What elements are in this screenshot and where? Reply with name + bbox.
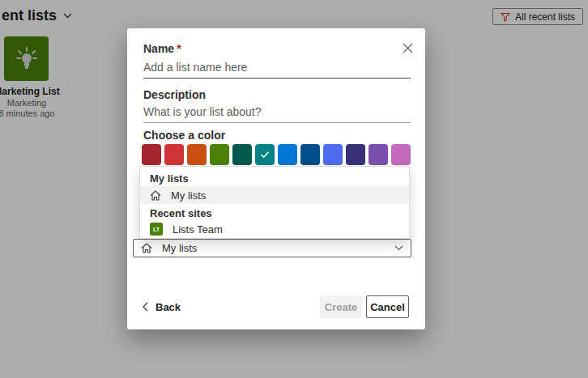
site-select-combobox[interactable]: My lists [133, 239, 411, 257]
color-swatch-teal[interactable] [255, 144, 275, 165]
color-swatches [142, 144, 411, 165]
back-button[interactable]: Back [143, 298, 181, 316]
color-swatch-pink[interactable] [391, 144, 411, 165]
site-select-value: My lists [162, 242, 197, 254]
close-icon[interactable] [400, 40, 415, 55]
chevron-left-icon [143, 302, 148, 312]
dropdown-option-my-lists[interactable]: My lists [140, 186, 409, 204]
chevron-down-icon [394, 245, 403, 251]
back-button-label: Back [156, 301, 181, 313]
color-swatch-purple[interactable] [369, 144, 388, 165]
home-icon [150, 190, 161, 201]
dropdown-option-lists-team[interactable]: LT Lists Team [140, 220, 409, 238]
required-asterisk: * [177, 42, 181, 55]
name-field-label: Name* [143, 42, 181, 55]
list-description-input[interactable] [143, 104, 411, 123]
color-swatch-dark-teal[interactable] [232, 144, 252, 165]
name-label-text: Name [143, 42, 174, 55]
dropdown-option-label: Lists Team [173, 223, 223, 236]
create-button[interactable]: Create [320, 295, 362, 318]
color-swatch-dark-purple[interactable] [346, 144, 365, 165]
lists-team-avatar: LT [150, 223, 163, 236]
color-swatch-dark-blue[interactable] [300, 144, 320, 165]
home-icon [141, 243, 152, 253]
color-swatch-blue[interactable] [278, 144, 297, 165]
cancel-button[interactable]: Cancel [366, 295, 409, 318]
color-swatch-dark-red[interactable] [142, 144, 161, 165]
dropdown-option-label: My lists [171, 189, 206, 202]
checkmark-icon [260, 151, 270, 159]
color-swatch-periwinkle[interactable] [323, 144, 343, 165]
color-swatch-green[interactable] [210, 144, 229, 165]
color-swatch-red[interactable] [164, 144, 184, 165]
list-name-input[interactable] [143, 59, 411, 79]
color-swatch-orange[interactable] [187, 144, 207, 165]
dropdown-group-my-lists: My lists [150, 172, 189, 185]
dropdown-group-recent-sites: Recent sites [150, 207, 212, 219]
create-list-dialog: Name* Description Choose a color My list… [127, 28, 425, 329]
site-dropdown-panel: My lists My lists Recent sites LT Lists … [139, 166, 410, 239]
choose-color-label: Choose a color [143, 129, 225, 142]
description-field-label: Description [143, 88, 206, 101]
